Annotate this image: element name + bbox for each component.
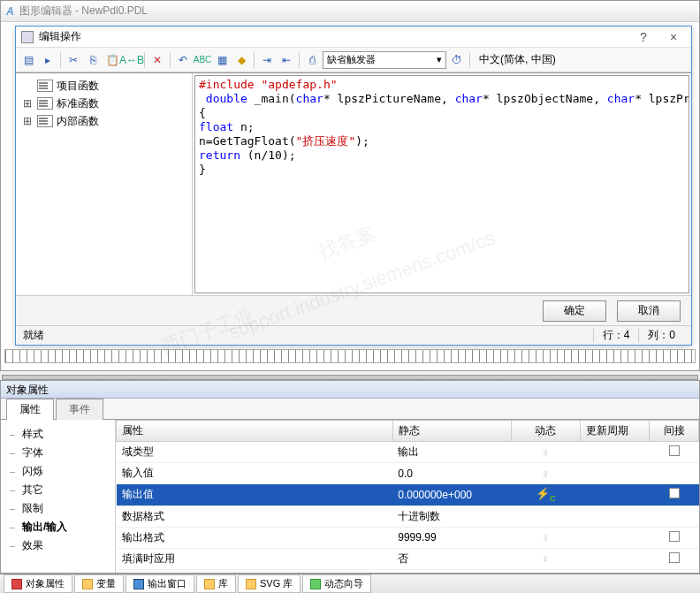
import-icon[interactable]: ⇥ [258,51,276,69]
prop-refresh[interactable] [580,442,649,463]
table-row[interactable]: 填满时应用否♀ [117,548,699,569]
col-indirect[interactable]: 间接 [650,421,699,442]
cancel-button[interactable]: 取消 [617,300,681,322]
checkbox[interactable] [669,488,680,498]
copy-icon[interactable]: ⎘ [84,51,102,69]
export-icon[interactable]: ⇤ [278,51,295,69]
undo-icon[interactable]: ↶ [174,51,192,69]
tree-item-project-functions[interactable]: 项目函数 [19,77,188,95]
tag-icon[interactable]: ⎙ [303,51,321,69]
language-label[interactable]: 中文(简体, 中国) [474,52,561,67]
prop-refresh[interactable] [580,484,649,506]
dialog-statusbar: 就绪 行：4 列：0 [16,325,691,345]
ok-button[interactable]: 确定 [543,300,606,322]
bulb-icon: ♀ [516,530,574,544]
status-row: 行：4 [593,328,639,343]
btab-dynamic-wizard[interactable]: 动态向导 [302,574,371,593]
cat-effect[interactable]: 效果 [1,536,115,555]
col-static[interactable]: 静态 [392,421,511,442]
expand-icon[interactable]: ⊞ [23,97,34,110]
main-titlebar: A 图形编辑器 - NewPdl0.PDL [1,1,699,22]
prop-indirect[interactable] [650,484,699,506]
bookmark-icon[interactable]: ▦ [213,51,231,69]
prop-dynamic[interactable]: ♀ [511,463,580,484]
prop-refresh[interactable] [580,548,649,569]
clock-icon[interactable]: ⏱ [448,51,466,69]
prop-static[interactable]: 9999.99 [392,527,511,548]
cat-other[interactable]: 其它 [1,481,115,499]
checkbox[interactable] [669,531,680,542]
prop-refresh[interactable] [580,506,649,527]
cat-style[interactable]: 样式 [1,425,115,444]
table-row[interactable]: 数据格式十进制数 [117,506,699,527]
folder-icon [37,80,53,92]
folder-icon [37,115,53,127]
tree-item-internal-functions[interactable]: ⊞内部函数 [19,112,188,130]
bottom-tabstrip: 对象属性 变量 输出窗口 库 SVG 库 动态向导 [0,574,700,593]
tree-item-standard-functions[interactable]: ⊞标准函数 [19,95,188,112]
svg-library-icon [246,579,256,589]
function-tree[interactable]: 项目函数 ⊞标准函数 ⊞内部函数 [16,73,193,295]
prop-dynamic[interactable]: ♀ [511,442,580,463]
table-row[interactable]: 输出格式9999.99♀ [117,527,699,548]
prop-indirect[interactable] [650,442,699,463]
prop-indirect[interactable] [650,463,699,484]
prop-dynamic[interactable]: ⚡C [511,484,580,506]
syntax-icon[interactable]: ABC [194,51,211,69]
cube-icon[interactable]: ◆ [232,51,250,69]
category-tree[interactable]: 样式 字体 闪烁 其它 限制 输出/输入 效果 [1,420,116,573]
prop-name: 输入值 [117,463,393,484]
replace-icon[interactable]: A↔B [123,51,141,69]
prop-indirect[interactable] [650,506,699,527]
help-button[interactable]: ? [631,30,656,44]
cut-icon[interactable]: ✂ [65,51,82,69]
btab-library[interactable]: 库 [196,574,236,593]
prop-name: 填满时应用 [117,548,393,569]
table-row[interactable]: 域类型输出♀ [117,442,699,463]
prop-static[interactable]: 输出 [392,442,511,463]
prop-indirect[interactable] [650,527,699,548]
library-icon [204,579,215,589]
checkbox[interactable] [669,445,680,456]
tab-attributes[interactable]: 属性 [6,399,54,420]
btab-svg-library[interactable]: SVG 库 [238,574,301,593]
properties-icon [11,579,22,589]
trigger-combo-text: 缺省触发器 [327,53,376,66]
prop-static[interactable]: 0.000000e+000 [392,484,511,506]
cat-font[interactable]: 字体 [1,444,115,462]
cat-flash[interactable]: 闪烁 [1,462,115,481]
btab-variables[interactable]: 变量 [74,574,124,593]
trigger-combo[interactable]: 缺省触发器▾ [323,51,446,69]
compile-icon[interactable]: ▤ [19,51,37,69]
col-dynamic[interactable]: 动态 [511,421,580,442]
prop-dynamic[interactable] [511,506,580,527]
prop-dynamic[interactable]: ♀ [511,527,580,548]
tab-events[interactable]: 事件 [56,399,103,420]
table-row[interactable]: 输出值0.000000e+000⚡C [117,484,699,506]
cat-output-input[interactable]: 输出/输入 [1,518,115,536]
expand-icon[interactable]: ⊞ [23,115,34,127]
close-button[interactable]: × [661,30,686,44]
btab-object-properties[interactable]: 对象属性 [4,574,72,593]
prop-static[interactable]: 十进制数 [392,506,511,527]
prop-indirect[interactable] [650,548,699,569]
col-name[interactable]: 属性 [117,421,393,442]
delete-icon[interactable]: ✕ [148,51,166,69]
table-row[interactable]: 输入值0.0♀ [117,463,699,484]
prop-static[interactable]: 0.0 [392,463,511,484]
bolt-icon: ⚡C [536,487,556,500]
prop-refresh[interactable] [580,463,649,484]
code-editor[interactable]: #include "apdefap.h" double _main(char* … [194,75,689,293]
col-refresh[interactable]: 更新周期 [580,421,649,442]
folder-icon [37,97,53,110]
checkbox[interactable] [669,552,680,563]
cat-limit[interactable]: 限制 [1,499,115,518]
paste-icon[interactable]: 📋 [103,51,121,69]
prop-static[interactable]: 否 [392,548,511,569]
btab-output-window[interactable]: 输出窗口 [126,574,194,593]
prop-dynamic[interactable]: ♀ [511,548,580,569]
properties-table[interactable]: 属性 静态 动态 更新周期 间接 域类型输出♀输入值0.0♀输出值0.00000… [116,420,699,573]
run-icon[interactable]: ▸ [39,51,57,69]
edit-action-dialog: 编辑操作 ? × ▤ ▸ ✂ ⎘ 📋 A↔B ✕ ↶ ABC ▦ ◆ ⇥ ⇤ ⎙ [15,26,692,346]
prop-refresh[interactable] [580,527,649,548]
